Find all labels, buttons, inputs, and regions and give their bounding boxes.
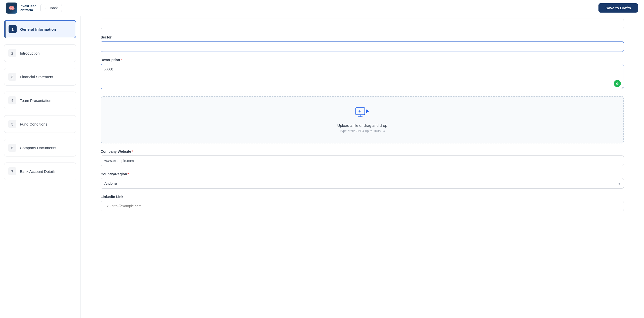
country-required-star: * [128,172,129,176]
main-layout: 1 General Information 2 Introduction 3 F… [0,16,644,318]
company-website-label: Company Website* [101,149,624,153]
country-label: Country/Region* [101,172,624,176]
sidebar-connector-3 [12,87,12,91]
linkedin-input[interactable] [101,201,624,211]
sector-section: Sector [101,35,624,52]
header: 🧠 InvestTech Platform ← Back Save to Dra… [0,0,644,16]
sidebar-item-num-4: 4 [8,96,16,104]
sidebar-item-num-5: 5 [8,120,16,128]
save-to-drafts-button[interactable]: Save to Drafts [598,3,638,13]
description-textarea[interactable]: XXXX [101,64,624,89]
upload-video-icon [355,107,369,120]
logo-icon: 🧠 [6,3,17,14]
description-required-star: * [120,58,122,62]
sidebar-item-num-7: 7 [8,167,16,175]
company-website-required-star: * [132,149,133,153]
partial-field-input[interactable] [101,19,624,29]
sidebar-item-financial-statement[interactable]: 3 Financial Statement [4,68,76,86]
form-content: Sector Description* XXXX G [80,16,644,318]
description-label: Description* [101,58,624,62]
header-left: 🧠 InvestTech Platform ← Back [6,3,62,14]
sidebar-connector-6 [12,157,12,162]
sidebar-item-num-2: 2 [8,49,16,57]
company-website-section: Company Website* [101,149,624,166]
description-section: Description* XXXX G [101,58,624,90]
country-select-wrapper: Andorra United States United Kingdom Fra… [101,178,624,189]
linkedin-section: LinkedIn Link [101,195,624,211]
upload-text: Upload a file or drag and drop [337,123,387,128]
back-arrow-icon: ← [45,6,48,10]
sidebar-item-label-7: Bank Account Details [20,169,56,174]
sidebar-item-num-3: 3 [8,73,16,81]
sidebar-item-num-6: 6 [8,144,16,152]
svg-marker-3 [366,109,369,113]
logo-area: 🧠 InvestTech Platform [6,3,36,14]
upload-subtext: Type of file (MP4 up to 100MB) [340,129,385,133]
sidebar-connector-5 [12,134,12,138]
sidebar-item-label-2: Introduction [20,51,39,55]
country-section: Country/Region* Andorra United States Un… [101,172,624,189]
sidebar-item-bank-account-details[interactable]: 7 Bank Account Details [4,163,76,180]
sector-label: Sector [101,35,624,39]
sidebar-item-general-information[interactable]: 1 General Information [4,20,76,38]
linkedin-label: LinkedIn Link [101,195,624,199]
sidebar-item-label-5: Fund Conditions [20,122,47,126]
sidebar-connector-1 [12,39,12,43]
partial-field-section [101,16,624,29]
description-textarea-wrapper: XXXX G [101,64,624,90]
sidebar-item-label-4: Team Presentation [20,98,51,103]
grammarly-icon: G [614,80,621,87]
sector-input[interactable] [101,41,624,52]
sidebar-item-fund-conditions[interactable]: 5 Fund Conditions [4,115,76,133]
sidebar-item-label-1: General Information [20,27,56,31]
sidebar-connector-4 [12,110,12,114]
file-upload-area[interactable]: Upload a file or drag and drop Type of f… [101,96,624,143]
sidebar-item-label-3: Financial Statement [20,75,53,79]
sidebar: 1 General Information 2 Introduction 3 F… [0,16,80,318]
active-accent [5,21,6,38]
sidebar-item-num-1: 1 [9,25,17,33]
country-select[interactable]: Andorra United States United Kingdom Fra… [101,178,624,189]
back-button[interactable]: ← Back [41,4,62,12]
sidebar-connector-2 [12,63,12,67]
sidebar-item-company-documents[interactable]: 6 Company Documents [4,139,76,156]
sidebar-item-team-presentation[interactable]: 4 Team Presentation [4,92,76,109]
company-website-input[interactable] [101,155,624,166]
sidebar-item-label-6: Company Documents [20,146,56,150]
sidebar-item-introduction[interactable]: 2 Introduction [4,44,76,62]
logo-text: InvestTech Platform [20,4,36,12]
